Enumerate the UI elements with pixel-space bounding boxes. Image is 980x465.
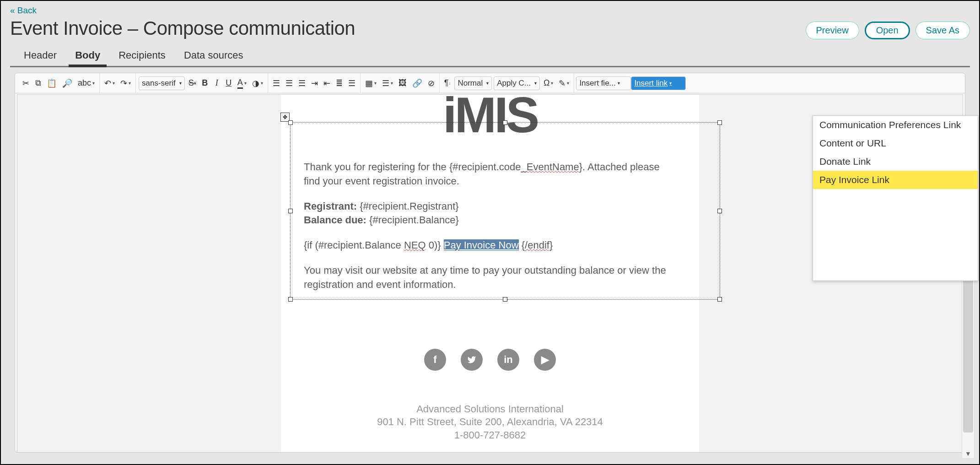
font-color-icon[interactable]: A▾: [235, 76, 249, 90]
align-right-icon[interactable]: ☰: [296, 76, 308, 90]
omega-icon[interactable]: Ω▾: [541, 76, 556, 90]
tab-body[interactable]: Body: [75, 44, 100, 66]
image-icon[interactable]: 🖼: [396, 76, 409, 90]
toolbar: ✂ ⧉ 📋 🔎 abc▾ ↶▾ ↷▾ sans-serif▾ Sx B I U …: [15, 73, 965, 93]
ordered-list-icon[interactable]: ≣: [333, 76, 345, 90]
find-icon[interactable]: 🔎: [59, 76, 75, 90]
italic-icon[interactable]: I: [211, 76, 223, 90]
insert-field-select[interactable]: Insert fie...▾: [576, 76, 631, 90]
email-body[interactable]: Thank you for registering for the {#reci…: [281, 135, 699, 317]
misspelled-eventname: _EventName: [521, 161, 579, 173]
save-as-button[interactable]: Save As: [915, 22, 970, 39]
block-icon[interactable]: ☰▾: [379, 76, 396, 90]
highlighter-icon[interactable]: ✎▾: [556, 76, 572, 90]
resize-handle[interactable]: [717, 209, 722, 213]
resize-handle[interactable]: [717, 297, 722, 302]
tab-bar: Header Body Recipients Data sources: [10, 44, 970, 67]
conditional-line: {if (#recipient.Balance NEQ 0)} Pay Invo…: [304, 238, 676, 253]
undo-icon[interactable]: ↶▾: [102, 76, 118, 90]
dropdown-item-content-url[interactable]: Content or URL: [813, 134, 978, 152]
footer-text: Advanced Solutions International 901 N. …: [281, 403, 699, 442]
back-link[interactable]: « Back: [10, 5, 37, 16]
email-column: iMIS Thank you for registering for the {…: [281, 95, 699, 453]
table-icon[interactable]: ▦▾: [362, 76, 379, 90]
dropdown-item-comm-pref[interactable]: Communication Preferences Link: [813, 116, 978, 134]
tab-data-sources[interactable]: Data sources: [184, 44, 243, 66]
insert-link-select[interactable]: Insert link▾: [631, 76, 686, 90]
unordered-list-icon[interactable]: ☰: [345, 76, 358, 90]
resize-handle[interactable]: [717, 120, 722, 125]
facebook-icon[interactable]: f: [424, 349, 446, 371]
linkedin-icon[interactable]: in: [497, 349, 519, 371]
dropdown-item-pay-invoice[interactable]: Pay Invoice Link: [813, 171, 978, 189]
underline-icon[interactable]: U: [223, 76, 235, 90]
bg-color-icon[interactable]: ◑▾: [249, 76, 266, 90]
bold-icon[interactable]: B: [199, 76, 211, 90]
open-button[interactable]: Open: [865, 22, 910, 39]
spellcheck-icon[interactable]: abc▾: [75, 76, 97, 90]
registrant-line: Registrant: {#recipient.Registrant}: [304, 200, 676, 214]
indent-icon[interactable]: ⇥: [308, 76, 321, 90]
page-title: Event Invoice – Compose communication: [10, 17, 355, 39]
copy-icon[interactable]: ⧉: [32, 76, 44, 90]
twitter-icon[interactable]: [461, 349, 483, 371]
link-icon[interactable]: 🔗: [409, 76, 425, 90]
outdent-icon[interactable]: ⇤: [321, 76, 333, 90]
youtube-icon[interactable]: ▶: [534, 349, 556, 371]
cut-icon[interactable]: ✂: [20, 76, 32, 90]
font-family-select[interactable]: sans-serif▾: [139, 76, 185, 90]
social-row: f in ▶: [281, 349, 699, 371]
paste-icon[interactable]: 📋: [44, 76, 59, 90]
redo-icon[interactable]: ↷▾: [118, 76, 134, 90]
insert-link-dropdown: Communication Preferences Link Content o…: [813, 115, 978, 281]
paragraph-style-select[interactable]: Normal▾: [454, 76, 492, 90]
strike-icon[interactable]: Sx: [186, 76, 199, 90]
outro-paragraph: You may visit our website at any time to…: [304, 264, 676, 292]
preview-button[interactable]: Preview: [806, 22, 859, 39]
unlink-icon[interactable]: ⊘: [425, 76, 437, 90]
tab-header[interactable]: Header: [24, 44, 57, 66]
paragraph-direction-icon[interactable]: ¶↓: [442, 76, 454, 90]
balance-line: Balance due: {#recipient.Balance}: [304, 213, 676, 227]
align-center-icon[interactable]: ☰: [283, 76, 296, 90]
apply-css-select[interactable]: Apply C...▾: [494, 76, 540, 90]
tab-recipients[interactable]: Recipients: [118, 44, 166, 66]
scroll-down-icon[interactable]: ▼: [962, 450, 974, 457]
logo: iMIS: [281, 95, 699, 135]
intro-paragraph: Thank you for registering for the {#reci…: [304, 160, 676, 189]
align-left-icon[interactable]: ☰: [270, 76, 283, 90]
dropdown-item-donate[interactable]: Donate Link: [813, 152, 978, 171]
pay-invoice-now-link[interactable]: Pay Invoice Now: [444, 239, 519, 251]
action-buttons: Preview Open Save As: [806, 22, 970, 39]
